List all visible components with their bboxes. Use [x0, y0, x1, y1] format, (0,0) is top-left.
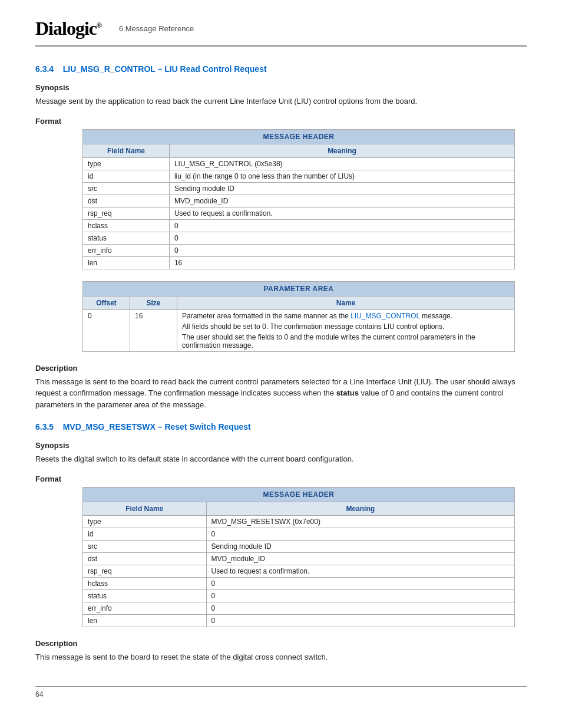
table-634-param-wrapper: PARAMETER AREA Offset Size Name 0 16 Par… [82, 281, 515, 352]
section-634-number: 6.3.4 [35, 64, 54, 74]
synopsis-text-634: Message sent by the application to read … [35, 95, 527, 107]
param-line-1: Parameter area formatted in the same man… [182, 312, 510, 320]
field-name-cell: id [83, 528, 207, 540]
table-row: status0 [83, 232, 515, 244]
msg-header-label-634: MESSAGE HEADER [83, 129, 515, 144]
table-row: status0 [83, 589, 515, 602]
field-name-cell: type [83, 515, 207, 528]
section-635-number: 6.3.5 [35, 422, 54, 431]
meaning-cell: 0 [206, 528, 514, 540]
section-634: 6.3.4 LIU_MSG_R_CONTROL – LIU Read Contr… [35, 64, 527, 410]
param-line-2: All fields should be set to 0. The confi… [182, 322, 510, 331]
page-footer: 64 [35, 686, 527, 699]
field-name-cell: rsp_req [83, 565, 207, 577]
format-label-635: Format [35, 475, 527, 483]
meaning-cell: 16 [169, 256, 514, 269]
table-row: typeLIU_MSG_R_CONTROL (0x5e38) [83, 157, 515, 170]
section-635-title: MVD_MSG_RESETSWX – Reset Switch Request [63, 422, 251, 431]
meaning-cell: 0 [169, 219, 514, 232]
table-row: id0 [83, 528, 515, 540]
description-label-634: Description [35, 364, 527, 373]
col-name-634: Name [177, 296, 515, 309]
page: Dialogic® 6 Message Reference 6.3.4 LIU_… [0, 0, 562, 728]
col-meaning-634: Meaning [169, 144, 514, 157]
col-offset-634: Offset [83, 296, 130, 309]
table-634-parameter-area: PARAMETER AREA Offset Size Name 0 16 Par… [82, 281, 515, 352]
table-row: hclass0 [83, 577, 515, 589]
table-row: srcSending module ID [83, 182, 515, 195]
meaning-cell: MVD_module_ID [169, 195, 514, 207]
section-634-heading: 6.3.4 LIU_MSG_R_CONTROL – LIU Read Contr… [35, 64, 527, 74]
table-635-header-wrapper: MESSAGE HEADER Field Name Meaning typeMV… [82, 487, 515, 627]
table-row: rsp_reqUsed to request a confirmation. [83, 565, 515, 577]
section-635-heading: 6.3.5 MVD_MSG_RESETSWX – Reset Switch Re… [35, 422, 527, 431]
meaning-cell: MVD_module_ID [206, 552, 514, 565]
col-size-634: Size [130, 296, 177, 309]
table-row: len16 [83, 256, 515, 269]
table-634-header-wrapper: MESSAGE HEADER Field Name Meaning typeLI… [82, 129, 515, 269]
synopsis-label-635: Synopsis [35, 441, 527, 450]
logo-symbol: ® [97, 21, 101, 29]
field-name-cell: status [83, 589, 207, 602]
param-line-3: The user should set the fields to 0 and … [182, 333, 510, 350]
meaning-cell: 0 [206, 602, 514, 614]
field-name-cell: src [83, 540, 207, 552]
field-name-cell: src [83, 182, 170, 195]
field-name-cell: len [83, 256, 170, 269]
field-name-cell: dst [83, 195, 170, 207]
description-text-635: This message is sent to the board to res… [35, 651, 527, 663]
meaning-cell: 0 [206, 577, 514, 589]
col-meaning-635: Meaning [206, 502, 514, 515]
table-row: err_info0 [83, 244, 515, 256]
field-name-cell: rsp_req [83, 207, 170, 219]
meaning-cell: Used to request a confirmation. [169, 207, 514, 219]
table-row: err_info0 [83, 602, 515, 614]
col-field-name-634: Field Name [83, 144, 170, 157]
param-area-label-634: PARAMETER AREA [83, 281, 515, 296]
section-634-title: LIU_MSG_R_CONTROL – LIU Read Control Req… [63, 64, 267, 74]
table-row: dstMVD_module_ID [83, 552, 515, 565]
meaning-cell: 0 [206, 589, 514, 602]
meaning-cell: Used to request a confirmation. [206, 565, 514, 577]
liu-msg-control-link[interactable]: LIU_MSG_CONTROL [351, 312, 420, 320]
meaning-cell: 0 [169, 232, 514, 244]
table-row: typeMVD_MSG_RESETSWX (0x7e00) [83, 515, 515, 528]
section-635: 6.3.5 MVD_MSG_RESETSWX – Reset Switch Re… [35, 422, 527, 663]
table-row: dstMVD_module_ID [83, 195, 515, 207]
table-row: srcSending module ID [83, 540, 515, 552]
col-field-name-635: Field Name [83, 502, 207, 515]
logo-text: Dialogic [35, 18, 97, 39]
logo: Dialogic® [35, 18, 101, 39]
field-name-cell: err_info [83, 602, 207, 614]
name-cell: Parameter area formatted in the same man… [177, 309, 515, 351]
field-name-cell: err_info [83, 244, 170, 256]
size-cell: 16 [130, 309, 177, 351]
meaning-cell: Sending module ID [206, 540, 514, 552]
description-text-634: This message is sent to the board to rea… [35, 376, 527, 411]
meaning-cell: 0 [169, 244, 514, 256]
page-header: Dialogic® 6 Message Reference [35, 18, 527, 47]
meaning-cell: Sending module ID [169, 182, 514, 195]
field-name-cell: dst [83, 552, 207, 565]
table-635-message-header: MESSAGE HEADER Field Name Meaning typeMV… [82, 487, 515, 627]
table-row: rsp_reqUsed to request a confirmation. [83, 207, 515, 219]
meaning-cell: 0 [206, 614, 514, 627]
description-label-635: Description [35, 639, 527, 648]
field-name-cell: len [83, 614, 207, 627]
meaning-cell: LIU_MSG_R_CONTROL (0x5e38) [169, 157, 514, 170]
synopsis-label-634: Synopsis [35, 83, 527, 92]
field-name-cell: hclass [83, 219, 170, 232]
field-name-cell: hclass [83, 577, 207, 589]
meaning-cell: liu_id (in the range 0 to one less than … [169, 170, 514, 182]
table-row: idliu_id (in the range 0 to one less tha… [83, 170, 515, 182]
desc-bold: status [336, 388, 359, 397]
meaning-cell: MVD_MSG_RESETSWX (0x7e00) [206, 515, 514, 528]
page-number: 64 [35, 690, 43, 699]
format-label-634: Format [35, 117, 527, 126]
table-row: len0 [83, 614, 515, 627]
field-name-cell: id [83, 170, 170, 182]
msg-header-label-635: MESSAGE HEADER [83, 487, 515, 502]
table-634-message-header: MESSAGE HEADER Field Name Meaning typeLI… [82, 129, 515, 269]
field-name-cell: status [83, 232, 170, 244]
table-row: 0 16 Parameter area formatted in the sam… [83, 309, 515, 351]
